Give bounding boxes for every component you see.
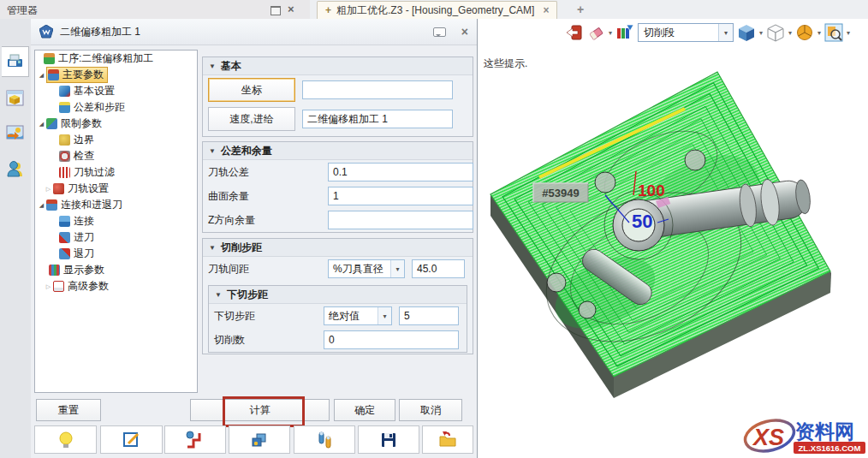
cut-count-label: 切削数 xyxy=(214,333,317,348)
document-tab-bar: + 粗加工优化.Z3 - [Housing_Geometry_CAM] × + xyxy=(310,0,868,20)
ok-button[interactable]: 确定 xyxy=(334,399,395,421)
tree-item-tolerance-step[interactable]: 公差和步距 xyxy=(35,99,197,116)
tree-item-toolpath-filter[interactable]: 刀轨过滤 xyxy=(35,164,197,181)
section-basic-header[interactable]: ▼ 基本 xyxy=(203,57,473,75)
comment-icon[interactable] xyxy=(433,27,446,37)
tree-item-main-params[interactable]: ◢ 主要参数 xyxy=(35,67,197,83)
tree-item-lead-out[interactable]: 退刀 xyxy=(35,246,197,262)
display-mode-combobox[interactable]: 切削段 ▾ xyxy=(638,23,734,42)
image-sun-icon xyxy=(5,122,26,143)
section-tolerance-header[interactable]: ▼ 公差和余量 xyxy=(203,142,473,160)
tab-file-icon: + xyxy=(325,4,331,16)
open-folder-icon[interactable] xyxy=(422,425,473,454)
tree-item-operation[interactable]: 工序:二维偏移粗加工 xyxy=(35,51,197,67)
manager-sidebar xyxy=(0,19,32,458)
surface-stock-input[interactable] xyxy=(328,187,473,205)
dimension-50: 50 xyxy=(632,211,652,232)
save-icon[interactable] xyxy=(358,425,419,454)
toolpath-filter-icon xyxy=(59,167,70,178)
limit-params-icon xyxy=(46,118,57,129)
tab-housing-geometry-cam[interactable]: + 粗加工优化.Z3 - [Housing_Geometry_CAM] × xyxy=(317,1,557,19)
tree-item-link-retract[interactable]: ◢ 连接和进退刀 xyxy=(35,197,197,213)
close-icon[interactable]: × xyxy=(288,3,294,15)
tree-item-boundary[interactable]: 边界 xyxy=(35,132,197,148)
batch-calc-icon[interactable] xyxy=(229,425,290,454)
stepdown-type-dropdown[interactable]: 绝对值 ▾ xyxy=(324,306,392,325)
display-params-icon xyxy=(49,265,60,276)
printer-icon xyxy=(5,51,26,72)
tree-item-display-params[interactable]: 显示参数 xyxy=(35,262,197,278)
view-toolbar: ▾ 切削段 ▾ ▾ ▾ xyxy=(566,23,850,42)
coordinate-input[interactable] xyxy=(302,80,453,99)
tree-item-toolpath-settings[interactable]: ▷ 刀轨设置 xyxy=(35,181,197,197)
collapse-icon[interactable]: ▼ xyxy=(209,147,216,155)
operation-icon xyxy=(44,53,55,64)
render-image-icon[interactable] xyxy=(2,118,28,147)
person-icon xyxy=(5,158,26,179)
cancel-button[interactable]: 取消 xyxy=(399,399,462,421)
stepover-type-dropdown[interactable]: %刀具直径 ▾ xyxy=(328,259,405,278)
dimension-100: 100 xyxy=(638,181,665,199)
chevron-down-icon[interactable]: ▾ xyxy=(759,29,763,37)
eraser-icon[interactable] xyxy=(588,24,605,41)
solid-geometry-icon[interactable] xyxy=(2,84,28,113)
collapse-icon[interactable]: ▼ xyxy=(215,291,222,299)
speed-feed-button[interactable]: 速度,进给 xyxy=(208,107,295,131)
tab-close-icon[interactable]: × xyxy=(543,4,549,16)
link-icon xyxy=(59,216,70,227)
advanced-params-icon xyxy=(53,281,64,292)
cut-count-input[interactable] xyxy=(324,330,459,349)
toolpath-settings-icon xyxy=(53,183,64,194)
pie-view-icon[interactable] xyxy=(795,23,814,42)
z-stock-input[interactable] xyxy=(328,211,473,229)
tree-item-basic-setup[interactable]: 基本设置 xyxy=(35,83,197,99)
chevron-down-icon[interactable]: ▾ xyxy=(788,29,792,37)
operation-name-input[interactable] xyxy=(302,110,453,128)
collapse-icon[interactable]: ▼ xyxy=(209,244,216,252)
cube-window-icon xyxy=(5,88,26,109)
reset-button[interactable]: 重置 xyxy=(36,399,101,421)
tree-item-limit-params[interactable]: ◢ 限制参数 xyxy=(35,116,197,132)
stepdown-value-input[interactable] xyxy=(399,306,459,325)
parameter-tree: 工序:二维偏移粗加工 ◢ 主要参数 基本设置 公差和步距 ◢ 限制参数 xyxy=(34,50,198,393)
wireframe-cube-icon[interactable] xyxy=(766,23,785,42)
lead-in-icon xyxy=(59,232,70,243)
chevron-down-icon[interactable]: ▾ xyxy=(847,29,850,37)
chevron-down-icon[interactable]: ▾ xyxy=(718,24,733,41)
tree-item-advanced-params[interactable]: ▷ 高级参数 xyxy=(35,278,197,294)
chevron-down-icon[interactable]: ▾ xyxy=(390,260,404,277)
calculate-button[interactable]: 计算 xyxy=(190,399,330,421)
stepover-value-input[interactable] xyxy=(412,259,465,278)
tree-item-check[interactable]: 检查 xyxy=(35,148,197,164)
hint-bulb-icon[interactable] xyxy=(34,425,97,454)
link-retract-icon xyxy=(46,199,57,211)
coordinate-button[interactable]: 坐标 xyxy=(208,78,295,102)
output-manager-icon[interactable] xyxy=(2,46,29,77)
section-stepover-header[interactable]: ▼ 切削步距 xyxy=(203,239,473,257)
collapse-icon[interactable]: ▼ xyxy=(209,62,216,70)
chevron-down-icon[interactable]: ▾ xyxy=(817,29,821,37)
stepdown-label: 下切步距 xyxy=(214,309,317,324)
lead-path-icon[interactable] xyxy=(164,425,226,454)
tree-item-lead-in[interactable]: 进刀 xyxy=(35,229,197,246)
path-tolerance-input[interactable] xyxy=(328,163,473,181)
chevron-down-icon[interactable]: ▾ xyxy=(378,307,391,324)
dialog-close-icon[interactable]: × xyxy=(461,25,468,39)
chevron-down-icon[interactable]: ▾ xyxy=(609,29,612,37)
tree-item-link[interactable]: 连接 xyxy=(35,213,197,229)
edit-operation-icon[interactable] xyxy=(100,425,163,454)
exit-icon[interactable] xyxy=(566,24,585,41)
section-stepdown-header[interactable]: ▼ 下切步距 xyxy=(209,286,467,304)
section-basic: ▼ 基本 坐标 速度,进给 xyxy=(202,57,473,137)
tool-manager-icon[interactable] xyxy=(294,425,355,454)
color-filter-icon[interactable] xyxy=(615,24,634,41)
restore-icon[interactable] xyxy=(271,6,281,15)
section-stepdown: ▼ 下切步距 下切步距 绝对值 ▾ 切削数 xyxy=(208,285,467,353)
shaded-cube-icon[interactable] xyxy=(737,23,756,42)
3d-viewport[interactable]: #53949 100 50 这些提示. ▾ xyxy=(477,19,868,458)
tab-title: 粗加工优化.Z3 - [Housing_Geometry_CAM] xyxy=(336,3,534,18)
user-assistant-icon[interactable] xyxy=(2,154,28,183)
operation-dialog: 二维偏移粗加工 1 × 工序:二维偏移粗加工 ◢ 主要参数 基本设置 公差和步 xyxy=(31,19,478,458)
zoom-region-icon[interactable] xyxy=(824,23,843,42)
new-tab-button[interactable]: + xyxy=(577,3,584,16)
